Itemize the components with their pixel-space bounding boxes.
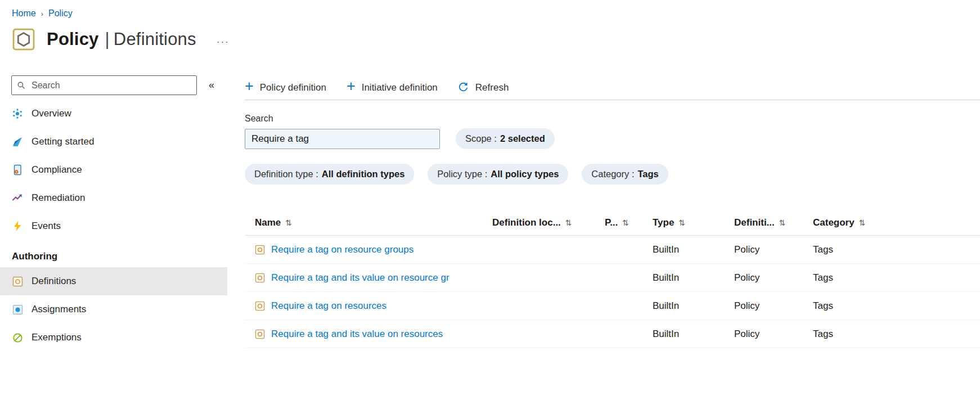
search-icon <box>17 81 25 89</box>
sort-icon: ⇅ <box>565 218 572 227</box>
overview-icon <box>12 108 23 119</box>
column-label: P... <box>605 217 618 228</box>
sidebar-item-definitions[interactable]: Definitions <box>0 267 227 295</box>
column-label: Type <box>653 217 674 228</box>
type-cell: BuiltIn <box>653 329 734 340</box>
filter-pill-label: Scope : <box>465 133 497 144</box>
refresh-icon <box>458 82 469 93</box>
sidebar-item-overview[interactable]: Overview <box>0 100 227 128</box>
definition-link[interactable]: Require a tag and its value on resource … <box>271 272 449 284</box>
filter-pill-definition-type[interactable]: Definition type : All definition types <box>245 164 414 185</box>
table-row[interactable]: Require a tag on resources BuiltIn Polic… <box>245 292 980 320</box>
breadcrumb-policy-link[interactable]: Policy <box>48 8 73 19</box>
name-cell: Require a tag and its value on resource … <box>255 272 492 284</box>
column-header-category[interactable]: Category ⇅ <box>813 217 980 228</box>
sort-icon: ⇅ <box>859 218 866 227</box>
sidebar-section-authoring: Authoring <box>0 240 227 267</box>
column-header-definition-location[interactable]: Definition loc... ⇅ <box>492 217 605 228</box>
sidebar-item-label: Definitions <box>32 276 76 287</box>
definition-type-cell: Policy <box>734 244 813 255</box>
category-cell: Tags <box>813 244 980 255</box>
filter-pill-label: Category : <box>591 169 634 179</box>
policy-definition-icon <box>255 329 265 339</box>
policy-icon <box>11 27 36 52</box>
filter-pill-label: Policy type : <box>437 169 487 179</box>
sidebar-item-label: Overview <box>32 108 71 119</box>
filter-pill-policy-type[interactable]: Policy type : All policy types <box>428 164 568 185</box>
definition-link[interactable]: Require a tag on resources <box>271 300 386 312</box>
filter-pill-value: 2 selected <box>500 133 545 144</box>
sidebar-item-remediation[interactable]: Remediation <box>0 184 227 212</box>
policy-definition-label: Policy definition <box>260 82 326 93</box>
sidebar-item-assignments[interactable]: Assignments <box>0 295 227 323</box>
sidebar-item-exemptions[interactable]: Exemptions <box>0 323 227 352</box>
column-label: Definition loc... <box>492 217 561 228</box>
sidebar-item-events[interactable]: Events <box>0 212 227 240</box>
definition-type-cell: Policy <box>734 329 813 340</box>
column-header-policies[interactable]: P... ⇅ <box>605 217 653 228</box>
sidebar-search-input[interactable] <box>30 80 191 91</box>
sidebar-item-label: Remediation <box>32 192 85 204</box>
column-header-name[interactable]: Name ⇅ <box>255 217 492 228</box>
sidebar-item-label: Getting started <box>32 136 95 147</box>
sidebar-item-label: Compliance <box>32 164 82 176</box>
collapse-sidebar-button[interactable]: « <box>206 79 217 91</box>
definitions-icon <box>12 276 23 287</box>
table-row[interactable]: Require a tag and its value on resources… <box>245 320 980 348</box>
filter-pill-value: Tags <box>637 169 658 179</box>
filter-pill-value: All definition types <box>322 169 405 179</box>
column-header-definition-type[interactable]: Definiti... ⇅ <box>734 217 813 228</box>
page-header: Policy|Definitions ··· <box>0 19 980 52</box>
category-cell: Tags <box>813 329 980 340</box>
name-cell: Require a tag on resource groups <box>255 244 492 255</box>
filter-pill-scope[interactable]: Scope : 2 selected <box>456 128 555 149</box>
filter-pill-category[interactable]: Category : Tags <box>582 164 668 185</box>
type-cell: BuiltIn <box>653 300 734 312</box>
filter-pill-value: All policy types <box>491 169 559 179</box>
table-row[interactable]: Require a tag on resource groups BuiltIn… <box>245 236 980 264</box>
refresh-button[interactable]: Refresh <box>458 82 509 93</box>
page-title-divider: | <box>105 29 110 49</box>
search-filter-label: Search <box>245 114 980 124</box>
initiative-definition-button[interactable]: + Initiative definition <box>347 82 438 93</box>
name-cell: Require a tag and its value on resources <box>255 329 492 340</box>
breadcrumb-home-link[interactable]: Home <box>12 8 36 19</box>
refresh-label: Refresh <box>475 82 509 93</box>
plus-icon: + <box>347 80 356 93</box>
type-cell: BuiltIn <box>653 272 734 284</box>
column-label: Definiti... <box>734 217 775 228</box>
category-cell: Tags <box>813 300 980 312</box>
policy-definition-button[interactable]: + Policy definition <box>245 82 326 93</box>
table-header-row: Name ⇅ Definition loc... ⇅ P... ⇅ Type ⇅… <box>245 210 980 236</box>
definition-search-input[interactable] <box>245 129 440 149</box>
assignments-icon <box>12 304 23 315</box>
column-label: Category <box>813 217 855 228</box>
definition-type-cell: Policy <box>734 300 813 312</box>
sidebar-nav: Overview Getting started <box>0 100 227 352</box>
sort-icon: ⇅ <box>678 218 685 227</box>
type-cell: BuiltIn <box>653 244 734 255</box>
definitions-table: Name ⇅ Definition loc... ⇅ P... ⇅ Type ⇅… <box>245 210 980 348</box>
breadcrumb: Home › Policy <box>0 0 980 19</box>
sidebar-search-box[interactable] <box>11 75 197 95</box>
compliance-icon <box>12 164 23 176</box>
sidebar: « Overview <box>0 75 227 352</box>
page-title: Policy|Definitions <box>47 29 196 50</box>
definition-link[interactable]: Require a tag on resource groups <box>271 244 413 255</box>
table-row[interactable]: Require a tag and its value on resource … <box>245 264 980 292</box>
sidebar-item-compliance[interactable]: Compliance <box>0 156 227 184</box>
definition-link[interactable]: Require a tag and its value on resources <box>271 329 443 340</box>
name-cell: Require a tag on resources <box>255 300 492 312</box>
more-actions-icon[interactable]: ··· <box>217 37 230 48</box>
sort-icon: ⇅ <box>622 218 629 227</box>
sort-icon: ⇅ <box>779 218 786 227</box>
policy-definition-icon <box>255 245 265 255</box>
page-title-subtitle: Definitions <box>114 29 196 49</box>
filter-pill-label: Definition type : <box>254 169 318 179</box>
policy-definition-icon <box>255 273 265 283</box>
definition-type-cell: Policy <box>734 272 813 284</box>
sidebar-item-getting-started[interactable]: Getting started <box>0 128 227 156</box>
column-header-type[interactable]: Type ⇅ <box>653 217 734 228</box>
getting-started-icon <box>12 136 23 147</box>
plus-icon: + <box>245 80 254 93</box>
